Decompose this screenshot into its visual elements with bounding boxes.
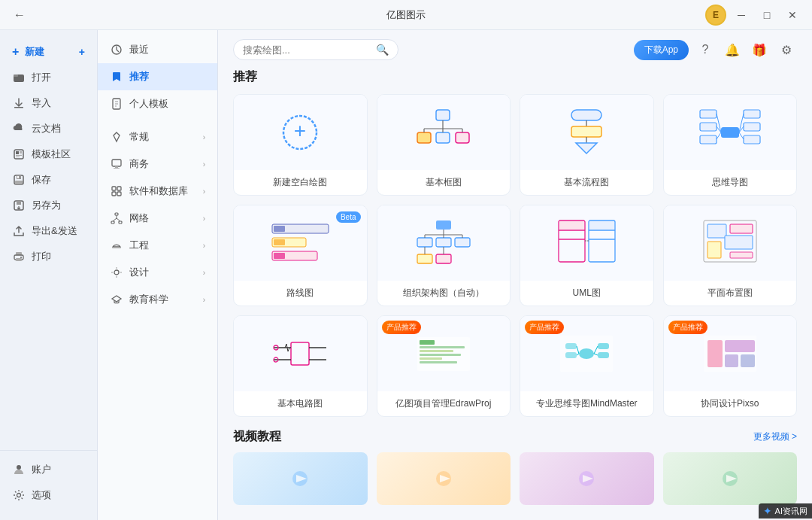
sidebar-item-account[interactable]: 账户 [0,457,97,482]
close-button[interactable]: ✕ [782,5,803,26]
nav-item-network[interactable]: 网络 › [98,205,217,232]
sidebar-top: + 新建 + 打开 导入 云文档 [0,36,97,450]
svg-rect-53 [744,110,760,118]
chevron-right-icon3: › [203,187,205,196]
template-card-layout[interactable]: 平面布置图 [663,205,798,306]
maximize-button[interactable]: □ [756,5,777,26]
svg-point-20 [17,494,21,497]
svg-rect-37 [436,110,450,120]
nav-item-software[interactable]: 软件和数据库 › [98,178,217,205]
template-card-pixso[interactable]: 产品推荐 协同设计Pixso [663,315,798,417]
nav-item-design[interactable]: 设计 › [98,259,217,286]
template-card-edrawproj[interactable]: 产品推荐 亿图项目管理EdrawProj [377,315,511,417]
software-label: 软件和数据库 [129,184,188,198]
question-button[interactable]: ? [695,39,716,60]
nav-item-recommend[interactable]: 推荐 [98,63,217,90]
diamond-icon [110,130,123,144]
card-label-pixso: 协同设计Pixso [698,391,762,416]
chevron-right-icon2: › [203,160,205,169]
chevron-right-icon7: › [203,296,205,304]
sidebar-item-saveas[interactable]: 另存为 [0,193,97,218]
video-card-4[interactable] [663,452,798,505]
education-label: 教育科学 [129,293,168,306]
svg-rect-93 [707,242,721,258]
svg-rect-49 [721,127,739,138]
download-button[interactable]: 下载App [634,40,689,60]
template-card-mindmaster[interactable]: 产品推荐 专业思维导图MindMaster [520,315,654,417]
card-label-mind: 思维导图 [709,170,751,195]
search-input[interactable] [243,44,371,56]
business-label: 商务 [129,157,149,171]
chevron-right-icon: › [203,133,205,141]
nav-item-personal[interactable]: 个人模板 [98,90,217,117]
import-label: 导入 [32,96,51,110]
nav-item-recent[interactable]: 最近 [98,36,217,63]
nav-item-engineering[interactable]: 工程 › [98,232,217,259]
template-card-flow[interactable]: 基本流程图 [520,94,654,196]
video-card-3[interactable] [520,452,654,505]
template-card-uml[interactable]: UML图 [520,205,654,306]
sidebar-item-import[interactable]: 导入 [0,90,97,116]
template-card-new[interactable]: + 新建空白绘图 [233,94,368,196]
sidebar-item-save[interactable]: 保存 [0,167,97,193]
network-label: 网络 [129,211,149,225]
recommend-label: 推荐 [129,70,149,84]
template-card-mind[interactable]: 思维导图 [663,94,798,196]
svg-rect-55 [744,135,760,144]
template-card-frame[interactable]: 基本框图 [377,94,511,196]
nav-item-business[interactable]: 商务 › [98,151,217,178]
svg-line-58 [717,132,721,139]
svg-rect-17 [16,258,22,261]
svg-rect-118 [598,352,609,358]
svg-point-34 [114,270,119,275]
template-label: 模板社区 [32,147,71,161]
svg-rect-126 [725,354,738,367]
svg-rect-111 [420,357,442,360]
nav-item-general[interactable]: 常规 › [98,123,217,151]
nav-item-education[interactable]: 教育科学 › [98,286,217,313]
mid-nav: 最近 推荐 个人模板 常规 › 商务 › [98,30,218,520]
gear-button[interactable]: ⚙ [776,39,797,60]
svg-rect-25 [114,168,120,169]
card-label-flow: 基本流程图 [561,170,612,195]
sidebar-item-settings[interactable]: 选项 [0,482,97,508]
app-title: 亿图图示 [386,8,426,22]
svg-rect-11 [17,176,19,178]
template-card-circuit[interactable]: 基本电路图 [233,315,368,417]
svg-rect-18 [20,257,22,258]
card-img-flow [520,95,653,170]
more-videos-link[interactable]: 更多视频 > [753,430,797,443]
svg-line-61 [739,132,744,139]
card-img-edrawproj: 产品推荐 [377,316,511,391]
new-button[interactable]: + 新建 + [0,39,97,65]
design-icon [110,266,123,279]
sidebar-item-print[interactable]: 打印 [0,244,97,269]
svg-rect-51 [700,123,717,131]
svg-rect-8 [16,157,20,157]
gift-button[interactable]: 🎁 [749,39,770,60]
cloud-label: 云文档 [32,122,61,135]
svg-rect-69 [417,238,432,247]
template-card-org[interactable]: 组织架构图（自动） [377,205,511,306]
edu-icon [110,293,123,306]
sidebar-item-open[interactable]: 打开 [0,65,97,90]
svg-rect-65 [274,226,285,232]
minimize-button[interactable]: ─ [731,5,752,26]
video-card-1[interactable] [233,452,368,505]
svg-point-19 [17,465,21,470]
sidebar-item-export[interactable]: 导出&发送 [0,218,97,244]
folder-icon [12,71,26,84]
sidebar-item-cloud[interactable]: 云文档 [0,116,97,141]
app-layout: + 新建 + 打开 导入 云文档 [0,30,812,520]
video-card-2[interactable] [377,452,511,505]
notification-button[interactable]: 🔔 [722,39,743,60]
badge-product-mindmaster: 产品推荐 [525,321,564,334]
account-label: 账户 [32,463,51,476]
svg-rect-94 [725,236,753,249]
svg-rect-46 [571,110,601,120]
template-card-route[interactable]: Beta 路线图 [233,205,368,306]
search-box: 🔍 [233,39,398,60]
sidebar-item-template[interactable]: 模板社区 [0,141,97,167]
back-button[interactable]: ← [9,5,30,26]
avatar[interactable]: E [705,5,726,26]
